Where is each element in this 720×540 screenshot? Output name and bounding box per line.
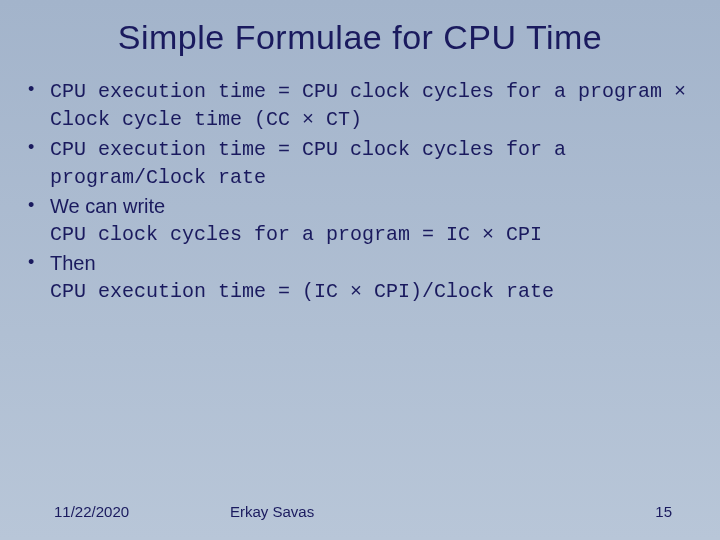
slide-content: • CPU execution time = CPU clock cycles …	[0, 67, 720, 305]
bullet-text: CPU execution time = CPU clock cycles fo…	[50, 77, 692, 133]
footer-author: Erkay Savas	[230, 503, 314, 520]
bullet-item: • CPU execution time = CPU clock cycles …	[28, 135, 692, 191]
bullet-dot-icon: •	[28, 250, 50, 305]
bullet-dot-icon: •	[28, 77, 50, 133]
slide: Simple Formulae for CPU Time • CPU execu…	[0, 0, 720, 540]
bullet-body: CPU execution time = CPU clock cycles fo…	[50, 138, 566, 189]
footer-date: 11/22/2020	[54, 503, 129, 520]
bullet-intro: We can write	[50, 195, 165, 217]
bullet-body: CPU execution time = CPU clock cycles fo…	[50, 80, 686, 131]
footer-page-number: 15	[655, 503, 672, 520]
bullet-body: CPU execution time = (IC × CPI)/Clock ra…	[50, 280, 554, 303]
bullet-dot-icon: •	[28, 135, 50, 191]
bullet-text: CPU execution time = CPU clock cycles fo…	[50, 135, 692, 191]
bullet-dot-icon: •	[28, 193, 50, 248]
bullet-text: We can write CPU clock cycles for a prog…	[50, 193, 692, 248]
bullet-body: CPU clock cycles for a program = IC × CP…	[50, 223, 542, 246]
slide-footer: 11/22/2020 Erkay Savas 15	[0, 503, 720, 520]
bullet-intro: Then	[50, 252, 96, 274]
bullet-item: • We can write CPU clock cycles for a pr…	[28, 193, 692, 248]
bullet-item: • Then CPU execution time = (IC × CPI)/C…	[28, 250, 692, 305]
bullet-item: • CPU execution time = CPU clock cycles …	[28, 77, 692, 133]
bullet-text: Then CPU execution time = (IC × CPI)/Clo…	[50, 250, 692, 305]
slide-title: Simple Formulae for CPU Time	[0, 0, 720, 67]
